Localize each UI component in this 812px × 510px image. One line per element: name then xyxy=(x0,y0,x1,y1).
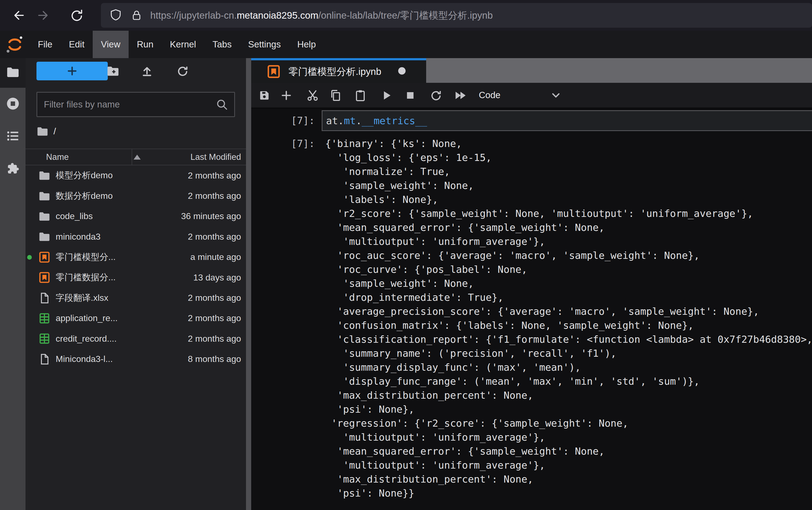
notebook-tab[interactable]: 零门槛模型分析.ipynb xyxy=(251,58,426,83)
unsaved-changes-dot[interactable] xyxy=(398,67,406,74)
file-modified-time: 2 months ago xyxy=(188,293,241,303)
file-type-icon xyxy=(38,231,51,243)
file-name: 模型分析demo xyxy=(56,170,113,181)
url-bar[interactable]: https://jupyterlab-cn.metanoia8295.com/o… xyxy=(101,3,812,28)
breadcrumb-path: / xyxy=(54,126,56,137)
new-folder-icon[interactable] xyxy=(104,61,123,81)
file-type-icon xyxy=(38,353,51,365)
file-name: code_libs xyxy=(56,211,93,221)
cut-icon[interactable] xyxy=(304,87,321,104)
file-row[interactable]: 零门槛数据分... 13 days ago xyxy=(26,267,246,288)
menu-item[interactable]: File xyxy=(30,31,61,58)
file-modified-time: 13 days ago xyxy=(193,273,241,283)
url-text: https://jupyterlab-cn.metanoia8295.com/o… xyxy=(150,9,493,22)
dock-tab-bar: 零门槛模型分析.ipynb xyxy=(251,58,812,83)
file-modified-time: 2 months ago xyxy=(188,313,241,323)
notebook-toolbar: Code xyxy=(251,83,812,109)
file-browser-icon[interactable] xyxy=(0,65,26,79)
lock-icon[interactable] xyxy=(130,9,143,22)
running-kernel-dot xyxy=(27,255,32,260)
notebook-tab-label: 零门槛模型分析.ipynb xyxy=(289,65,381,78)
file-name: Miniconda3-l... xyxy=(56,354,113,364)
file-row[interactable]: code_libs 36 minutes ago xyxy=(26,206,246,227)
restart-kernel-icon[interactable] xyxy=(427,87,445,104)
save-icon[interactable] xyxy=(256,87,273,104)
copy-icon[interactable] xyxy=(327,87,344,104)
cell-type-select[interactable]: Code xyxy=(479,83,562,108)
file-row[interactable]: application_re... 2 months ago xyxy=(26,308,246,329)
file-name: 零门槛数据分... xyxy=(56,271,116,283)
panel-splitter[interactable] xyxy=(246,58,251,510)
file-type-icon xyxy=(38,292,51,304)
screen: https://jupyterlab-cn.metanoia8295.com/o… xyxy=(0,0,812,510)
run-all-icon[interactable] xyxy=(452,87,469,104)
file-row[interactable]: Miniconda3-l... 8 months ago xyxy=(26,349,246,369)
file-row[interactable]: 模型分析demo 2 months ago xyxy=(26,166,246,186)
file-row[interactable]: credit_record.... 2 months ago xyxy=(26,329,246,349)
extensions-icon[interactable] xyxy=(0,162,26,177)
file-browser-panel: / Name Last Modified 模型分析demo 2 months a… xyxy=(26,58,246,510)
refresh-icon[interactable] xyxy=(173,61,192,81)
paste-icon[interactable] xyxy=(352,87,369,104)
chevron-down-icon xyxy=(550,89,562,101)
notebook-panel: 零门槛模型分析.ipynb xyxy=(251,58,812,510)
file-name: miniconda3 xyxy=(56,232,100,242)
add-cell-icon[interactable] xyxy=(278,87,295,104)
running-kernels-icon[interactable] xyxy=(0,96,26,111)
file-modified-time: 2 months ago xyxy=(188,191,241,201)
file-list-header: Name Last Modified xyxy=(26,149,246,166)
code-line: at.mt.__metrics__ xyxy=(322,115,427,126)
file-row[interactable]: 字段翻译.xlsx 2 months ago xyxy=(26,288,246,308)
file-type-icon xyxy=(38,170,51,181)
back-icon[interactable] xyxy=(10,8,26,23)
menu-item[interactable]: Kernel xyxy=(162,31,204,58)
sidebar-tab-strip xyxy=(0,58,26,510)
menu-item[interactable]: Edit xyxy=(61,31,93,58)
file-row[interactable]: miniconda3 2 months ago xyxy=(26,227,246,247)
upload-icon[interactable] xyxy=(137,61,156,81)
file-list: 模型分析demo 2 months ago 数据分析demo 2 months … xyxy=(26,166,246,369)
browser-toolbar: https://jupyterlab-cn.metanoia8295.com/o… xyxy=(0,0,812,31)
reload-icon[interactable] xyxy=(69,8,84,23)
home-folder-icon xyxy=(36,125,49,138)
jupyter-logo-icon xyxy=(0,31,30,58)
filter-files-box xyxy=(36,92,235,117)
menu-item[interactable]: View xyxy=(93,31,128,58)
breadcrumb[interactable]: / xyxy=(36,123,56,139)
file-name: 零门槛模型分... xyxy=(56,251,116,263)
forward-icon[interactable] xyxy=(36,8,52,23)
notebook-content: [7]: at.mt.__metrics__ [7]: {'binary': {… xyxy=(251,109,812,510)
search-icon xyxy=(215,98,228,111)
sort-ascending-icon xyxy=(134,155,141,159)
file-type-icon xyxy=(38,312,51,324)
file-modified-time: 2 months ago xyxy=(188,334,241,344)
file-row[interactable]: 数据分析demo 2 months ago xyxy=(26,186,246,206)
sort-by-modified-header[interactable]: Last Modified xyxy=(191,152,241,162)
sort-by-name-header[interactable]: Name xyxy=(26,152,141,162)
code-cell-editor[interactable]: at.mt.__metrics__ xyxy=(322,110,812,131)
cell-type-value: Code xyxy=(479,90,500,100)
filter-files-input[interactable] xyxy=(37,99,215,110)
new-launcher-button[interactable] xyxy=(36,62,108,80)
run-icon[interactable] xyxy=(378,87,396,104)
menu-item[interactable]: Tabs xyxy=(204,31,240,58)
file-name: credit_record.... xyxy=(56,334,117,344)
menu-item[interactable]: Settings xyxy=(240,31,289,58)
file-modified-time: a minute ago xyxy=(190,252,241,262)
menu-items: FileEditViewRunKernelTabsSettingsHelp xyxy=(30,31,324,58)
file-modified-time: 2 months ago xyxy=(188,171,241,181)
shield-icon[interactable] xyxy=(109,8,123,23)
stop-icon[interactable] xyxy=(402,87,419,104)
file-modified-time: 36 minutes ago xyxy=(181,211,241,221)
cell-output-text: {'binary': {'ks': None, 'log_loss': {'ep… xyxy=(325,137,812,500)
file-row[interactable]: 零门槛模型分... a minute ago xyxy=(26,247,246,267)
menu-item[interactable]: Run xyxy=(128,31,162,58)
menu-item[interactable]: Help xyxy=(289,31,324,58)
file-type-icon xyxy=(38,190,51,202)
file-type-icon xyxy=(38,271,51,283)
table-of-contents-icon[interactable] xyxy=(0,129,26,143)
file-name: 数据分析demo xyxy=(56,190,113,202)
file-modified-time: 2 months ago xyxy=(188,232,241,242)
file-name: 字段翻译.xlsx xyxy=(56,292,108,304)
file-name: application_re... xyxy=(56,313,118,323)
